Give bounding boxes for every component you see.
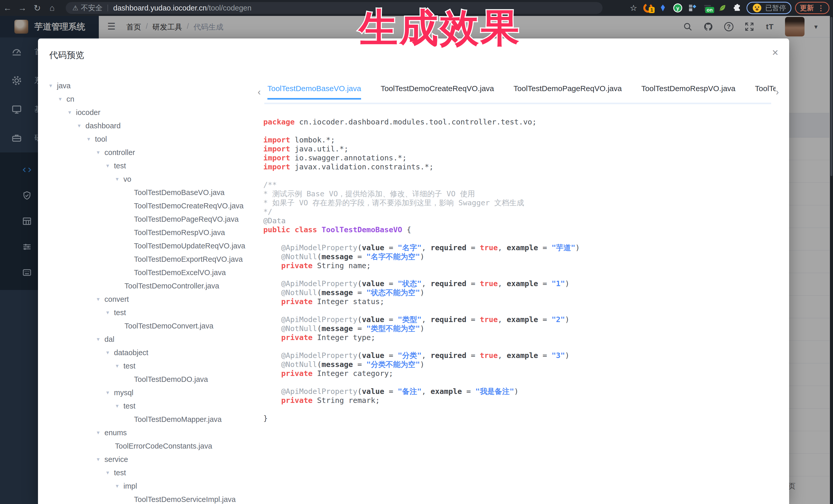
tree-node[interactable]: ▾iocoder (49, 106, 255, 119)
tree-node[interactable]: ▾service (49, 453, 255, 466)
profile-paused-pill[interactable]: 已暂停 (746, 2, 791, 14)
tree-node[interactable]: ToolTestDemoServiceImpl.java (49, 493, 255, 504)
tree-node[interactable]: ▾java (49, 79, 255, 92)
tree-node[interactable]: ▾dataobject (49, 346, 255, 359)
tree-node[interactable]: ▾test (49, 399, 255, 413)
extension-green-y-icon[interactable]: y (672, 2, 683, 14)
caret-down-icon[interactable]: ▾ (106, 163, 114, 169)
caret-down-icon[interactable]: ▾ (106, 349, 114, 356)
browser-update-button[interactable]: 更新 ⋮ (795, 2, 829, 14)
caret-down-icon[interactable]: ▾ (97, 149, 104, 156)
tree-node[interactable]: ToolTestDemoMapper.java (49, 413, 255, 426)
tree-node[interactable]: ToolTestDemoPageReqVO.java (49, 213, 255, 226)
tree-node[interactable]: ToolTestDemoController.java (49, 279, 255, 292)
tab-ToolTe[interactable]: ToolTe (755, 84, 776, 100)
tree-node-label: ToolTestDemoController.java (124, 282, 219, 290)
caret-down-icon[interactable]: ▾ (87, 136, 95, 142)
caret-down-icon[interactable]: ▾ (106, 470, 114, 476)
extensions-puzzle-icon[interactable] (732, 2, 743, 14)
scrollbar-thumb[interactable] (830, 17, 832, 176)
tree-node-label: ToolTestDemoUpdateReqVO.java (134, 242, 245, 250)
close-icon[interactable]: × (772, 47, 778, 58)
tree-node[interactable]: ▾test (49, 159, 255, 172)
tree-node-label: test (114, 309, 126, 317)
caret-down-icon[interactable]: ▾ (116, 176, 123, 183)
tree-node-label: ToolErrorCodeConstants.java (115, 442, 212, 450)
tree-node-label: service (104, 455, 128, 464)
tree-node[interactable]: ▾vo (49, 172, 255, 186)
tree-node[interactable]: ▾test (49, 466, 255, 479)
tree-node[interactable]: ▾enums (49, 426, 255, 439)
tab-ToolTestDemoBaseVO.java[interactable]: ToolTestDemoBaseVO.java (267, 84, 361, 100)
caret-down-icon[interactable]: ▾ (116, 403, 123, 409)
tree-node[interactable]: ▾impl (49, 479, 255, 493)
update-label: 更新 (800, 3, 814, 13)
caret-down-icon[interactable]: ▾ (59, 96, 67, 102)
tree-node-label: controller (104, 148, 135, 157)
tree-node[interactable]: ▾test (49, 359, 255, 373)
extension-grid-icon[interactable] (687, 2, 698, 14)
code-line: @ApiModelProperty(value = "分类", required… (263, 351, 781, 360)
caret-down-icon[interactable]: ▾ (116, 363, 123, 369)
tree-node[interactable]: ▾convert (49, 292, 255, 306)
code-line: @ApiModelProperty(value = "状态", required… (263, 279, 781, 288)
security-label[interactable]: 不安全 (81, 3, 102, 13)
paused-label: 已暂停 (765, 3, 786, 13)
url-host[interactable]: dashboard.yudao.iocoder.cn (113, 4, 207, 12)
reload-icon[interactable]: ↻ (30, 3, 45, 13)
tree-node[interactable]: ToolTestDemoCreateReqVO.java (49, 199, 255, 213)
caret-down-icon[interactable]: ▾ (68, 109, 76, 116)
forward-icon[interactable]: → (15, 3, 30, 13)
extension-orange-icon[interactable]: 1 (642, 2, 653, 14)
tree-node[interactable]: ▾cn (49, 92, 255, 106)
tree-node[interactable]: ToolTestDemoBaseVO.java (49, 186, 255, 199)
tree-node[interactable]: ToolTestDemoExportReqVO.java (49, 253, 255, 266)
tree-node[interactable]: ▾dal (49, 333, 255, 346)
code-line: */ (263, 207, 781, 216)
code-preview: package cn.iocoder.dashboard.modules.too… (263, 118, 781, 423)
caret-down-icon[interactable]: ▾ (106, 309, 114, 316)
tabs-scroll-left-icon[interactable]: ‹ (258, 87, 261, 97)
tab-ToolTestDemoRespVO.java[interactable]: ToolTestDemoRespVO.java (641, 84, 736, 100)
tree-node[interactable]: ▾tool (49, 133, 255, 146)
caret-down-icon[interactable]: ▾ (49, 82, 57, 89)
caret-down-icon[interactable]: ▾ (97, 336, 104, 342)
bookmark-star-icon[interactable]: ☆ (630, 3, 637, 13)
browser-menu-icon[interactable]: ⋮ (817, 4, 825, 12)
caret-down-icon[interactable]: ▾ (116, 483, 123, 489)
tree-node[interactable]: ToolTestDemoRespVO.java (49, 226, 255, 239)
tree-node[interactable]: ▾dashboard (49, 119, 255, 133)
url-path[interactable]: /tool/codegen (207, 4, 252, 12)
browser-scrollbar[interactable] (830, 16, 833, 504)
extension-on-icon[interactable]: on (702, 2, 713, 14)
caret-down-icon[interactable]: ▾ (97, 429, 104, 436)
caret-down-icon[interactable]: ▾ (78, 122, 86, 129)
tabs-scroll-right-icon[interactable]: › (776, 87, 779, 97)
screenshot-root: ← → ↻ ⌂ ⚠ 不安全 dashboard.yudao.iocoder.cn… (0, 0, 833, 504)
tree-node-label: ToolTestDemoExcelVO.java (134, 268, 226, 277)
tab-ToolTestDemoPageReqVO.java[interactable]: ToolTestDemoPageReqVO.java (514, 84, 622, 100)
tree-node[interactable]: ToolTestDemoConvert.java (49, 319, 255, 333)
code-line: /** (263, 181, 781, 189)
home-icon[interactable]: ⌂ (45, 3, 60, 13)
svg-text:y: y (676, 5, 679, 11)
tree-node[interactable]: ToolTestDemoUpdateReqVO.java (49, 239, 255, 253)
tree-node-label: convert (104, 295, 129, 304)
tree-node[interactable]: ToolTestDemoDO.java (49, 373, 255, 386)
code-line: * 如果子 VO 存在差异的字段，请不要添加到这里，影响 Swagger 文档生… (263, 198, 781, 207)
caret-down-icon[interactable]: ▾ (97, 296, 104, 303)
tree-node[interactable]: ToolTestDemoExcelVO.java (49, 266, 255, 279)
tree-node-label: ToolTestDemoCreateReqVO.java (134, 202, 243, 210)
tree-node[interactable]: ▾controller (49, 146, 255, 159)
tree-node[interactable]: ▾test (49, 306, 255, 319)
code-line: @NotNull(message = "状态不能为空") (263, 288, 781, 297)
back-icon[interactable]: ← (0, 3, 15, 13)
caret-down-icon[interactable]: ▾ (97, 456, 104, 463)
caret-down-icon[interactable]: ▾ (106, 389, 114, 396)
tree-node[interactable]: ToolErrorCodeConstants.java (49, 439, 255, 453)
url-bar[interactable]: ⚠ 不安全 dashboard.yudao.iocoder.cn /tool/c… (66, 2, 602, 14)
tree-node[interactable]: ▾mysql (49, 386, 255, 399)
tab-ToolTestDemoCreateReqVO.java[interactable]: ToolTestDemoCreateReqVO.java (381, 84, 494, 100)
extension-leaf-icon[interactable] (717, 2, 728, 14)
extension-blue-icon[interactable] (657, 2, 668, 14)
